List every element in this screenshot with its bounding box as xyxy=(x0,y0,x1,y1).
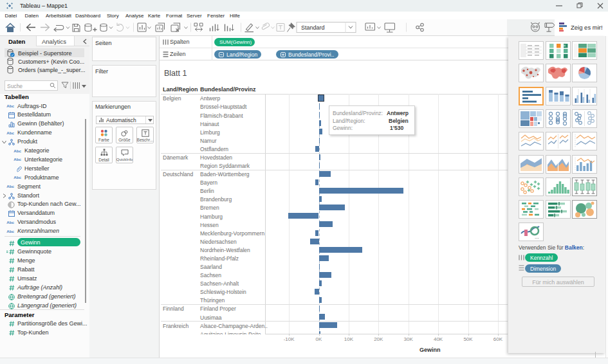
svg-text:...: ... xyxy=(535,234,539,240)
svg-text:Standard: Standard xyxy=(301,24,325,31)
